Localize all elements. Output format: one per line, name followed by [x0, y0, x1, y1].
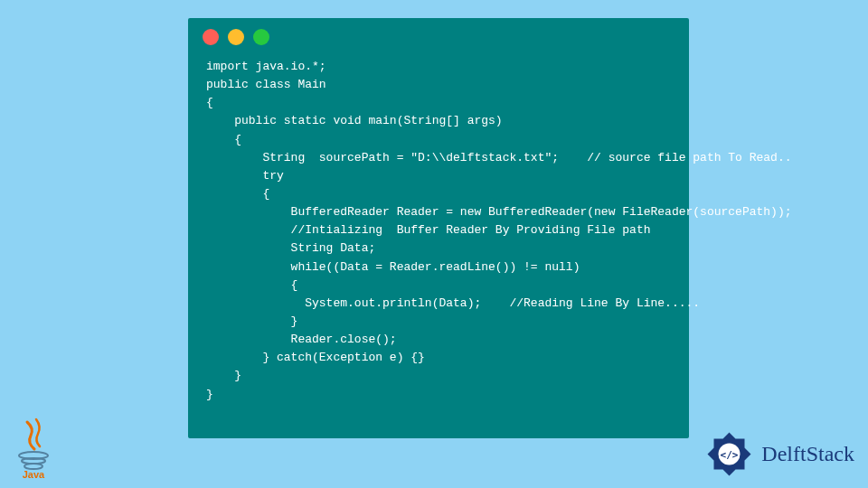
code-line: {	[206, 278, 297, 292]
java-icon: Java	[11, 418, 56, 481]
code-line: public class Main	[206, 78, 326, 91]
java-logo: Java	[11, 418, 56, 481]
code-line: {	[206, 187, 269, 201]
code-line: String Data;	[206, 241, 375, 255]
delftstack-logo: </> DelftStack	[704, 429, 854, 479]
code-line: BufferedReader Reader = new BufferedRead…	[206, 205, 792, 219]
code-line: } catch(Exception e) {}	[206, 351, 425, 364]
delftstack-label: DelftStack	[761, 442, 854, 466]
code-window: import java.io.*; public class Main { pu…	[188, 18, 689, 438]
delftstack-emblem-icon: </>	[704, 429, 754, 479]
code-line: Reader.close();	[206, 333, 397, 346]
code-content: import java.io.*; public class Main { pu…	[188, 52, 689, 422]
code-line: String sourcePath = "D:\\delftstack.txt"…	[206, 151, 792, 164]
window-controls	[188, 18, 689, 52]
code-line: }	[206, 388, 213, 401]
svg-text:</>: </>	[721, 449, 739, 461]
code-line: }	[206, 314, 297, 328]
code-line: while((Data = Reader.readLine()) != null…	[206, 260, 580, 274]
code-line: public static void main(String[] args)	[206, 114, 503, 127]
svg-text:Java: Java	[23, 469, 45, 480]
code-line: System.out.println(Data); //Reading Line…	[206, 296, 700, 310]
maximize-icon	[253, 29, 269, 45]
code-line: {	[206, 96, 213, 109]
code-line: //Intializing Buffer Reader By Providing…	[206, 223, 650, 237]
minimize-icon	[228, 29, 244, 45]
code-line: try	[206, 169, 284, 183]
close-icon	[203, 29, 219, 45]
code-line: {	[206, 133, 241, 146]
code-line: }	[206, 369, 241, 382]
code-line: import java.io.*;	[206, 60, 326, 73]
